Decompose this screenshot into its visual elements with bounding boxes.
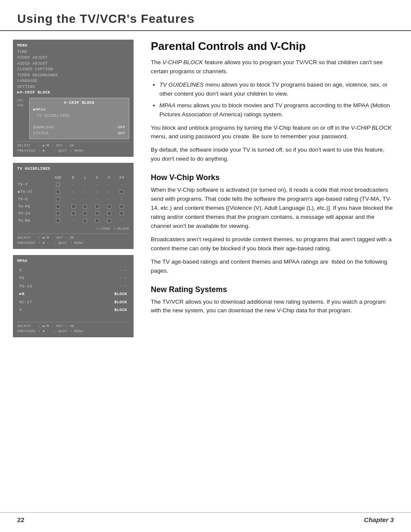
right-column: Parental Controls and V-Chip The V-CHIP … [146,40,394,337]
mpaa-table: G – – PG – – PG-13 – – ►R BLOCK [17,266,129,315]
table-row: G – – [18,267,128,274]
menu-box-mpaa: MPAA G – – PG – – PG-13 – – [13,255,134,338]
page-footer: 22 Chapter 3 [0,512,411,523]
chapter-label: Chapter 3 [364,516,394,523]
table-row: PG – – [18,275,128,283]
page-number: 22 [17,516,25,523]
bullet-2: MPAA menu allows you to block movies and… [159,101,394,119]
table-row: TV-Y □ ––––– [18,182,128,188]
menu-box-guidelines: TV GUIDELINES AGE D L S V FV TV-Y [13,163,134,249]
feature-bullets: TV GUIDELINES menu allows you to block T… [159,81,394,119]
intro-paragraph: The V-CHIP BLOCK feature allows you to p… [151,58,394,76]
how-para-2: Broadcasters aren't required to provide … [151,235,394,253]
table-row: ►TV-Y7 ✓ –––– ✓ [18,189,128,196]
page-title: Using the TV/VCR's Features [17,12,394,26]
bullet-1: TV GUIDELINES menu allows you to block T… [159,81,394,99]
menu3-footer: SELECT → ▲/▼ : SET → OK PREVIOUS → ◄ : Q… [17,322,129,334]
para-1: You block and unblock programs by turnin… [151,124,394,142]
table-row: ►R BLOCK [18,291,128,299]
table-row: TV-PG ✓ ✓ ✓ ✓ ✓ ✓ [18,204,128,210]
new-para: The TV/VCR allows you to download additi… [151,298,394,316]
section-new-title: New Rating Systems [151,285,394,294]
menu-box-main: MENU TIME VIDEO ADJUST AUDIO ADJUST CLOS… [13,40,134,157]
para-2: By default, the software inside your TV … [151,146,394,164]
section-how-title: How V-Chip Works [151,173,394,182]
left-column: MENU TIME VIDEO ADJUST AUDIO ADJUST CLOS… [13,40,134,337]
guidelines-table: AGE D L S V FV TV-Y □ ––––– ►T [17,174,129,225]
how-para-3: The TV age-based ratings and content the… [151,258,394,276]
table-row: TV-14 ✓ ✓ ✓ ✓ ✓ ✓ [18,211,128,217]
section-main-title: Parental Controls and V-Chip [151,40,394,53]
table-row: X BLOCK [18,307,128,314]
menu1-footer: SELECT → ▲/▼ : SET → OK PREVIOUS → ◄ : Q… [17,141,129,153]
menu2-footer: SELECT → ▲/▼ : SET → OK PREVIOUS → ◄ : Q… [17,233,129,246]
how-para-1: When the V-Chip software is activated (o… [151,186,394,231]
page-header: Using the TV/VCR's Features [0,0,411,31]
table-row: TV-MA ✓ – ✓ ✓ ✓ – [18,218,128,224]
guidelines-legend: □:VIEW ✓:BLOCK [17,226,129,231]
table-row: TV-G ✓ ––––– [18,196,128,203]
table-row: NC-17 BLOCK [18,299,128,306]
main-content: MENU TIME VIDEO ADJUST AUDIO ADJUST CLOS… [0,31,411,355]
table-row: PG-13 – – [18,283,128,290]
